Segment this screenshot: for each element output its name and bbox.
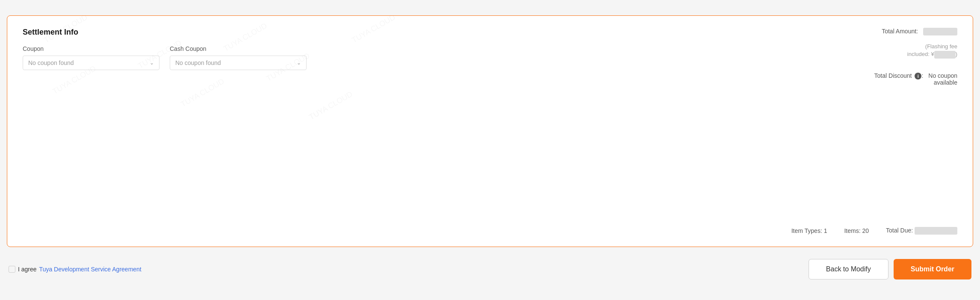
flashing-fee-value [934,51,956,59]
summary-section: Total Amount: (Flashing fee included: ¥ … [874,28,957,86]
no-coupon-line2: available [928,79,957,86]
bottom-summary: Item Types: 1 Items: 20 Total Due: [791,227,957,235]
footer-buttons: Back to Modify Submit Order [809,259,971,279]
total-amount-value [923,28,957,35]
agreement-link[interactable]: Tuya Development Service Agreement [39,266,142,273]
back-to-modify-button[interactable]: Back to Modify [809,259,888,279]
cash-coupon-select-text: No coupon found [175,59,221,66]
coupon-group: Coupon No coupon found ⌄ [23,45,159,70]
total-amount-row: Total Amount: [874,28,957,35]
items-count: Items: 20 [844,227,869,234]
info-icon: i [915,73,921,79]
total-due-value [915,227,957,235]
footer-bar: I agree Tuya Development Service Agreeme… [7,254,973,285]
flashing-fee-included-text: included: ¥ ) [907,51,957,57]
total-due: Total Due: [886,227,957,235]
no-coupon-line1: No coupon [928,72,957,79]
no-coupon-value: No coupon available [928,72,957,86]
coupon-dropdown[interactable]: No coupon found ⌄ [23,56,159,70]
page-wrapper: TUYA CLOUD TUYA CLOUD TUYA CLOUD TUYA CL… [0,9,980,291]
item-types: Item Types: 1 [791,227,827,234]
coupon-select-text: No coupon found [28,59,74,66]
cash-coupon-dropdown[interactable]: No coupon found ⌄ [170,56,307,70]
total-discount-label: Total Discount i: [874,72,924,79]
flashing-fee-block: (Flashing fee included: ¥ ) [874,42,957,59]
agree-checkbox[interactable] [9,266,15,273]
chevron-down-icon: ⌄ [150,60,154,66]
submit-order-button[interactable]: Submit Order [894,259,971,279]
settlement-title: Settlement Info [23,28,957,37]
cash-chevron-down-icon: ⌄ [297,60,301,66]
total-amount-label: Total Amount: [882,28,918,35]
cash-coupon-label: Cash Coupon [170,45,307,52]
agree-row: I agree Tuya Development Service Agreeme… [9,266,142,273]
cash-coupon-group: Cash Coupon No coupon found ⌄ [170,45,307,70]
coupon-row: Coupon No coupon found ⌄ Cash Coupon No … [23,45,957,70]
total-discount-row: Total Discount i: No coupon available [874,72,957,86]
flashing-fee-text: (Flashing fee [925,43,957,50]
agree-text: I agree [18,266,37,273]
settlement-card: TUYA CLOUD TUYA CLOUD TUYA CLOUD TUYA CL… [7,15,973,247]
coupon-label: Coupon [23,45,159,52]
